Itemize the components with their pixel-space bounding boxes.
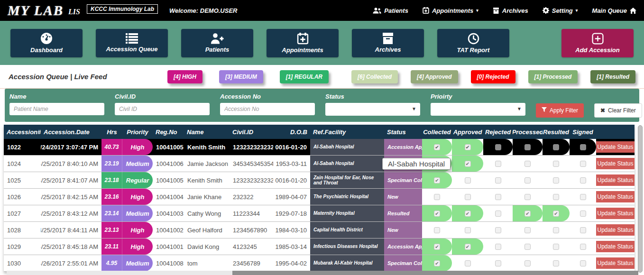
resulted-checkbox[interactable] [553, 244, 559, 250]
update-status-button[interactable]: Update Status [596, 158, 635, 169]
rejected-checkbox[interactable] [495, 194, 501, 200]
table-row[interactable]: 1022 4/24/2017 3:07:47 PM 40.73 High 100… [4, 139, 635, 156]
signed-checkbox[interactable] [580, 144, 586, 150]
processed-checkbox[interactable] [524, 194, 531, 200]
vertical-scrollbar[interactable] [638, 125, 643, 273]
approved-checkbox[interactable] [465, 194, 471, 200]
processed-checkbox[interactable] [524, 227, 531, 233]
rejected-checkbox[interactable] [495, 227, 501, 233]
rejected-checkbox[interactable] [495, 177, 501, 183]
tile-patients[interactable]: Patients [181, 29, 253, 57]
badge-collected[interactable]: [6] Collected [351, 70, 398, 83]
table-row[interactable]: 1029 4/25/2017 8:45:18 AM 23.11 High 100… [4, 238, 635, 255]
resulted-checkbox[interactable] [553, 260, 559, 266]
processed-checkbox[interactable] [524, 211, 531, 217]
resulted-checkbox[interactable] [553, 144, 559, 150]
processed-checkbox[interactable] [524, 144, 531, 150]
nav-item-main-queue[interactable]: Main Queue [592, 7, 636, 14]
signed-checkbox[interactable] [580, 161, 586, 167]
accession-no-filter-input[interactable] [220, 103, 315, 115]
update-status-button[interactable]: Update Status [596, 208, 635, 219]
signed-checkbox[interactable] [580, 260, 586, 266]
update-status-button[interactable]: Update Status [596, 141, 635, 153]
tile-dashboard[interactable]: Dashboard [10, 29, 83, 57]
table-row[interactable]: 1025 4/25/2017 8:41:07 AM 23.18 Regular … [4, 172, 635, 189]
processed-checkbox[interactable] [524, 161, 531, 167]
resulted-checkbox[interactable] [553, 211, 559, 217]
collected-checkbox[interactable] [434, 144, 440, 150]
approved-checkbox[interactable] [465, 177, 471, 183]
priority-filter-select[interactable] [431, 103, 525, 116]
nav-item-setting[interactable]: Setting▾ [543, 7, 578, 14]
rejected-checkbox[interactable] [495, 244, 501, 250]
update-status-button[interactable]: Update Status [596, 174, 635, 186]
processed-checkbox[interactable] [524, 260, 531, 266]
cell-actions: Update Status [596, 139, 635, 155]
nav-item-appointments[interactable]: Appointments▾ [423, 7, 478, 14]
badge-approved[interactable]: [4] Approved [411, 70, 458, 83]
signed-checkbox[interactable] [580, 177, 586, 183]
cell-civil-id: 123232323232323 [230, 139, 273, 155]
cell-approved [452, 255, 483, 271]
rejected-checkbox[interactable] [495, 144, 501, 150]
signed-checkbox[interactable] [580, 211, 586, 217]
approved-checkbox[interactable] [465, 144, 471, 150]
processed-checkbox[interactable] [524, 177, 531, 183]
badge-high[interactable]: [4] HIGH [167, 70, 202, 83]
table-row[interactable]: 1030 4/26/2017 2:55:01 AM 4.95 Medium 10… [4, 255, 635, 272]
tile-appointments[interactable]: Appointments [267, 29, 339, 57]
nav-item-archives[interactable]: Archives [493, 7, 528, 14]
horizontal-scrollbar-thumb[interactable] [232, 271, 638, 275]
status-filter-select[interactable] [325, 103, 420, 116]
resulted-checkbox[interactable] [553, 177, 559, 183]
approved-checkbox[interactable] [465, 244, 471, 250]
tile-accession-queue[interactable]: Accession Queue [96, 29, 168, 57]
collected-checkbox[interactable] [434, 194, 440, 200]
rejected-checkbox[interactable] [495, 260, 501, 266]
badge-resulted[interactable]: [1] Resulted [590, 70, 635, 83]
tile-archives[interactable]: Archives [352, 29, 424, 57]
processed-checkbox[interactable] [524, 244, 531, 250]
badge-processed[interactable]: [1] Processed [528, 70, 578, 83]
collected-checkbox[interactable] [434, 260, 440, 266]
update-status-button[interactable]: Update Status [596, 191, 635, 202]
collected-checkbox[interactable] [434, 227, 440, 233]
badge-medium[interactable]: [3] MEDIUM [219, 70, 263, 83]
signed-checkbox[interactable] [580, 244, 586, 250]
table-row[interactable]: 1026 4/25/2017 8:42:15 AM 23.16 High 100… [4, 189, 635, 205]
tile-add-accession[interactable]: Add Accession [561, 29, 634, 57]
signed-checkbox[interactable] [580, 194, 586, 200]
collected-checkbox[interactable] [434, 244, 440, 250]
resulted-checkbox[interactable] [553, 161, 559, 167]
update-status-button[interactable]: Update Status [596, 257, 635, 269]
rejected-checkbox[interactable] [495, 211, 501, 217]
signed-checkbox[interactable] [580, 227, 586, 233]
badge-rejected[interactable]: [0] Rejected [471, 70, 515, 83]
approved-checkbox[interactable] [465, 260, 471, 266]
badge-regular[interactable]: [1] REGULAR [280, 70, 329, 83]
collected-checkbox[interactable] [434, 211, 440, 217]
update-status-button[interactable]: Update Status [596, 241, 635, 252]
table-row[interactable]: 1024 4/25/2017 8:40:10 AM 23.19 Medium 1… [4, 156, 635, 172]
approved-checkbox[interactable] [465, 211, 471, 217]
cell-collected [422, 222, 452, 238]
update-status-button[interactable]: Update Status [596, 224, 635, 236]
resulted-checkbox[interactable] [553, 227, 559, 233]
civil-id-filter-input[interactable] [115, 103, 210, 115]
nav-item-patients[interactable]: Patients [373, 7, 408, 14]
table-row[interactable]: 1027 4/25/2017 8:43:12 AM 23.14 Medium 1… [4, 205, 635, 222]
apply-filter-button[interactable]: Apply Filter [536, 103, 584, 118]
collected-checkbox[interactable] [434, 177, 440, 183]
cell-reg-no: 10041006 [153, 156, 184, 172]
tile-tat-report[interactable]: TAT Report [437, 29, 509, 57]
name-filter-input[interactable] [9, 103, 104, 115]
plus-square-icon [592, 33, 604, 45]
approved-checkbox[interactable] [465, 161, 471, 167]
cell-actions: Update Status [596, 205, 635, 221]
table-row[interactable]: 1028 4/25/2017 8:44:11 AM 23.13 High 100… [4, 222, 635, 238]
rejected-checkbox[interactable] [495, 161, 501, 167]
approved-checkbox[interactable] [465, 227, 471, 233]
resulted-checkbox[interactable] [553, 194, 559, 200]
clear-filter-button[interactable]: ✖Clear Filter [594, 103, 642, 118]
cell-processed [513, 189, 543, 205]
